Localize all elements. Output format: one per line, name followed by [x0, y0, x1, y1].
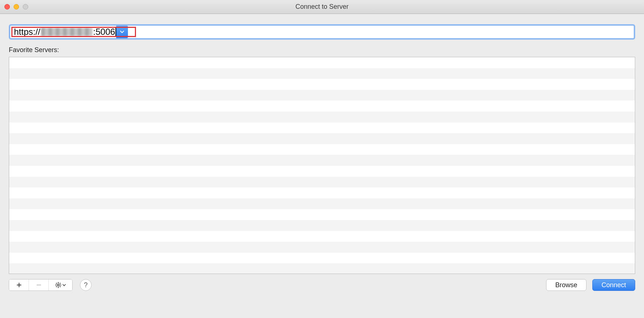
server-address-row: https:// :5006	[9, 24, 635, 40]
list-row	[9, 166, 635, 177]
server-address-input[interactable]: https:// :5006	[10, 27, 116, 37]
list-row	[9, 177, 635, 188]
svg-rect-2	[55, 285, 56, 285]
minimize-window-button[interactable]	[14, 4, 19, 10]
list-row	[9, 79, 635, 90]
svg-rect-7	[59, 286, 61, 288]
list-row	[9, 187, 635, 198]
list-row	[9, 133, 635, 144]
chevron-down-icon	[62, 284, 66, 286]
svg-rect-6	[56, 286, 57, 288]
address-history-dropdown[interactable]	[116, 26, 128, 38]
list-row	[9, 155, 635, 166]
svg-rect-3	[60, 285, 61, 285]
remove-favorite-button[interactable]	[29, 279, 49, 290]
browse-button[interactable]: Browse	[546, 279, 586, 291]
list-row	[9, 253, 635, 264]
list-row	[9, 57, 635, 68]
list-row	[9, 242, 635, 253]
plus-icon	[16, 282, 22, 288]
list-row	[9, 198, 635, 209]
connect-button[interactable]: Connect	[592, 279, 635, 291]
svg-rect-1	[58, 287, 59, 288]
svg-rect-4	[56, 283, 57, 284]
list-row	[9, 123, 635, 134]
list-row	[9, 90, 635, 101]
dialog-content: https:// :5006 Favorite Servers:	[0, 14, 644, 298]
list-row	[9, 68, 635, 79]
favorites-label: Favorite Servers:	[9, 46, 635, 54]
list-row	[9, 220, 635, 231]
svg-rect-0	[58, 282, 59, 283]
list-row	[9, 209, 635, 220]
minus-icon	[36, 282, 42, 288]
list-row	[9, 144, 635, 155]
help-button[interactable]: ?	[80, 279, 92, 291]
list-row	[9, 112, 635, 123]
title-bar: Connect to Server	[0, 0, 644, 14]
maximize-window-button[interactable]	[23, 4, 28, 10]
bottom-toolbar: ? Browse Connect	[9, 279, 635, 291]
traffic-lights	[4, 4, 28, 10]
favorites-actions-menu[interactable]	[49, 279, 72, 290]
close-window-button[interactable]	[4, 4, 10, 10]
list-row	[9, 231, 635, 242]
address-prefix: https://	[14, 27, 40, 37]
address-suffix: :5006	[93, 27, 115, 37]
favorites-toolbar-group	[9, 279, 73, 291]
chevron-down-icon	[120, 30, 124, 33]
svg-rect-5	[59, 283, 61, 284]
address-redacted-host	[41, 28, 92, 36]
add-favorite-button[interactable]	[9, 279, 29, 290]
favorites-list[interactable]	[9, 57, 635, 274]
list-row	[9, 263, 635, 274]
window-title: Connect to Server	[295, 3, 349, 11]
list-row	[9, 100, 635, 112]
server-address-combobox[interactable]: https:// :5006	[9, 24, 635, 40]
gear-icon	[55, 282, 62, 288]
